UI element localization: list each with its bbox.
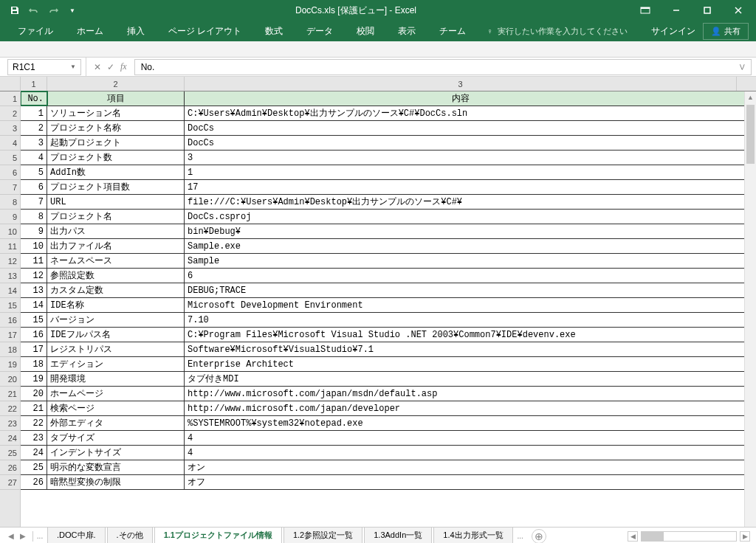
cell[interactable]: C:¥Users¥Admin¥Desktop¥出力サンプルのソース¥C#¥Doc… [185, 106, 737, 120]
row-header[interactable]: 1 [0, 91, 20, 106]
tab-team[interactable]: チーム [429, 21, 476, 41]
cell[interactable]: カスタム定数 [47, 283, 185, 297]
row-header[interactable]: 4 [0, 136, 20, 151]
scroll-thumb[interactable] [746, 105, 755, 164]
cell[interactable]: 3 [185, 151, 737, 165]
cell[interactable]: 11 [21, 254, 47, 268]
sheet-tab[interactable]: 1.1プロジェクトファイル情報 [154, 528, 282, 543]
row-header[interactable]: 24 [0, 431, 20, 446]
sheet-tab[interactable]: 1.2参照設定一覧 [284, 528, 362, 543]
cell[interactable]: file:///C:¥Users¥Admin¥Desktop¥出力サンプルのソー… [185, 195, 737, 209]
cell[interactable]: AddIn数 [47, 165, 185, 179]
cell[interactable]: 21 [21, 401, 47, 415]
cell[interactable]: プロジェクト名 [47, 210, 185, 224]
row-header[interactable]: 8 [0, 195, 20, 210]
cell[interactable]: DocCs [185, 121, 737, 135]
cell[interactable]: URL [47, 195, 185, 209]
header-cell[interactable]: 項目 [47, 91, 185, 106]
row-header[interactable]: 22 [0, 401, 20, 416]
cell[interactable]: 2 [21, 121, 47, 135]
row-header[interactable]: 11 [0, 239, 20, 254]
cell[interactable]: 16 [21, 328, 47, 342]
cell[interactable]: http://www.microsoft.com/japan/msdn/defa… [185, 387, 737, 401]
minimize-button[interactable] [662, 0, 691, 21]
cell[interactable]: 22 [21, 416, 47, 430]
tab-insert[interactable]: 挿入 [117, 21, 155, 41]
cell[interactable]: 20 [21, 387, 47, 401]
tab-view[interactable]: 表示 [388, 21, 426, 41]
cell[interactable]: オン [185, 460, 737, 474]
tab-nav-next[interactable]: ▶ [18, 531, 28, 542]
cell[interactable]: 26 [21, 475, 47, 489]
cell[interactable]: Sample [185, 254, 737, 268]
row-header[interactable]: 7 [0, 180, 20, 195]
cell[interactable]: タブ付きMDI [185, 372, 737, 386]
tab-nav-prev[interactable]: ◀ [6, 531, 16, 542]
cell[interactable]: 起動プロジェクト [47, 136, 185, 150]
tab-nav-more[interactable]: ... [35, 531, 45, 542]
row-header[interactable]: 13 [0, 269, 20, 283]
cell[interactable]: インデントサイズ [47, 446, 185, 460]
cell[interactable]: プロジェクト名称 [47, 121, 185, 135]
tell-me-search[interactable]: ♀ 実行したい作業を入力してください [487, 26, 627, 37]
cell[interactable]: ネームスペース [47, 254, 185, 268]
cell[interactable]: 10 [21, 239, 47, 253]
cell[interactable]: 9 [21, 224, 47, 238]
cell[interactable]: 23 [21, 431, 47, 445]
header-cell[interactable]: No. [21, 91, 47, 106]
cell[interactable]: 19 [21, 372, 47, 386]
tab-file[interactable]: ファイル [7, 21, 63, 41]
row-header[interactable]: 26 [0, 460, 20, 475]
row-header[interactable]: 15 [0, 298, 20, 313]
row-header[interactable]: 27 [0, 475, 20, 490]
cell[interactable]: タブサイズ [47, 431, 185, 445]
cell[interactable]: Software¥Microsoft¥VisualStudio¥7.1 [185, 342, 737, 356]
cell[interactable]: DEBUG;TRACE [185, 283, 737, 297]
cell[interactable]: プロジェクト数 [47, 151, 185, 165]
cell[interactable]: 6 [185, 269, 737, 283]
sheet-tab[interactable]: 1.3AddIn一覧 [364, 528, 432, 543]
name-box[interactable]: R1C1 ▼ [7, 59, 81, 75]
qat-customize-icon[interactable]: ▼ [63, 1, 81, 19]
cell[interactable]: 5 [21, 165, 47, 179]
cell[interactable]: 1 [21, 106, 47, 120]
maximize-button[interactable] [693, 0, 722, 21]
cancel-formula-button[interactable]: ✕ [94, 62, 101, 72]
cell[interactable]: オフ [185, 475, 737, 489]
cell[interactable]: C:¥Program Files¥Microsoft Visual Studio… [185, 328, 737, 342]
cell[interactable]: バージョン [47, 313, 185, 327]
cell[interactable]: ソリューション名 [47, 106, 185, 120]
row-header[interactable]: 25 [0, 446, 20, 460]
hscroll-thumb[interactable] [642, 532, 664, 541]
cell[interactable]: 15 [21, 313, 47, 327]
cell[interactable]: エディション [47, 357, 185, 371]
cell[interactable]: 1 [185, 165, 737, 179]
cell[interactable]: 開発環境 [47, 372, 185, 386]
col-header[interactable]: 1 [21, 77, 47, 91]
cell[interactable]: 7.10 [185, 313, 737, 327]
cell[interactable]: 25 [21, 460, 47, 474]
cell[interactable]: 17 [21, 342, 47, 356]
cell[interactable]: 13 [21, 283, 47, 297]
cell[interactable]: DocCs [185, 136, 737, 150]
formula-input[interactable]: No. ⋁ [134, 59, 752, 75]
tab-data[interactable]: データ [296, 21, 343, 41]
hscroll-left[interactable]: ◀ [628, 531, 638, 542]
row-header[interactable]: 21 [0, 387, 20, 401]
sign-in-link[interactable]: サインイン [651, 25, 695, 38]
row-header[interactable]: 10 [0, 224, 20, 239]
cell[interactable]: 4 [185, 431, 737, 445]
scroll-up-button[interactable]: ▲ [745, 91, 756, 103]
tab-review[interactable]: 校閲 [346, 21, 385, 41]
cell[interactable]: 17 [185, 180, 737, 194]
cell[interactable]: プロジェクト項目数 [47, 180, 185, 194]
header-cell[interactable]: 内容 [185, 91, 737, 106]
row-header[interactable]: 17 [0, 328, 20, 342]
cell[interactable]: 暗黙型変換の制限 [47, 475, 185, 489]
row-header[interactable]: 14 [0, 283, 20, 298]
redo-button[interactable] [44, 1, 62, 19]
row-header[interactable]: 5 [0, 151, 20, 165]
ribbon-display-button[interactable] [630, 0, 660, 21]
col-header[interactable]: 2 [47, 77, 185, 91]
hscroll-track[interactable] [641, 531, 737, 542]
